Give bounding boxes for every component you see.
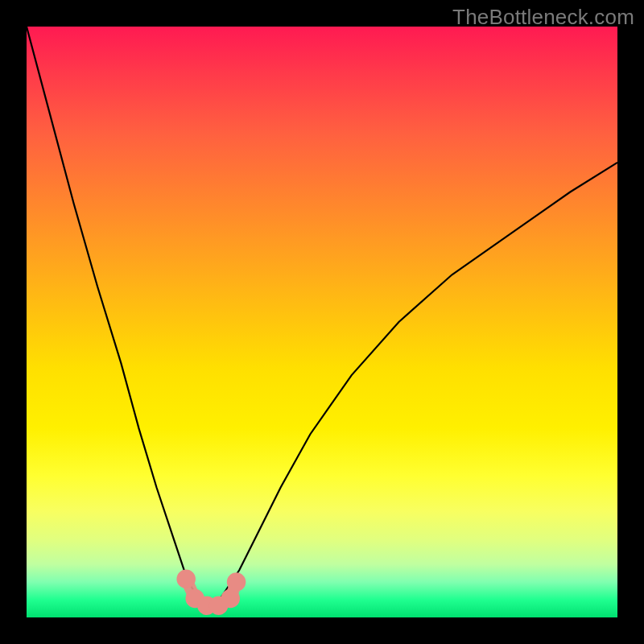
marker-dot <box>227 572 246 591</box>
plot-area <box>27 27 617 617</box>
chart-container: TheBottleneck.com <box>0 0 644 644</box>
marker-dot <box>176 570 195 588</box>
curve-svg <box>27 27 617 617</box>
marker-dot <box>221 589 239 608</box>
bottleneck-curve <box>27 27 617 602</box>
curve-markers <box>176 570 246 616</box>
